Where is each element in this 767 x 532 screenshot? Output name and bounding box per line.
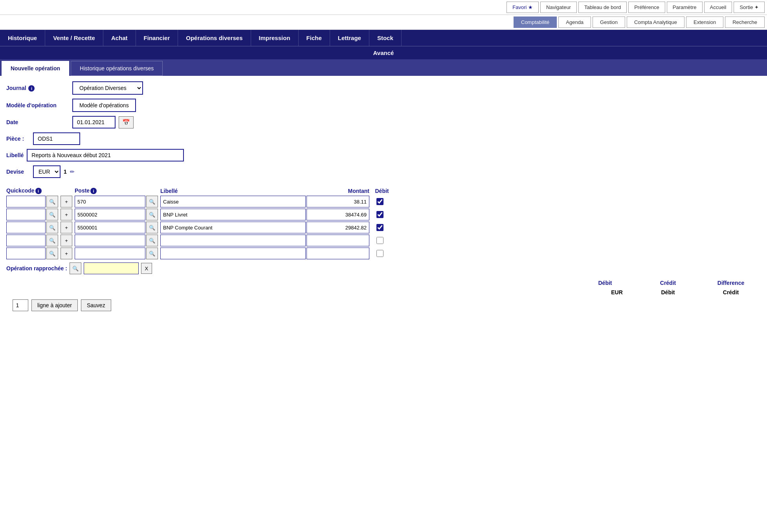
agenda-btn[interactable]: Agenda [558,17,591,28]
comptabilite-btn[interactable]: Comptabilité [514,17,557,28]
montant-input-3[interactable] [306,222,369,233]
accueil-btn[interactable]: Accueil [704,2,732,13]
poste-input-4[interactable] [75,235,145,246]
poste-search-btn-2[interactable]: 🔍 [146,209,158,220]
menu-stock[interactable]: Stock [369,30,402,46]
quickcode-input-2[interactable] [6,209,46,220]
quickcode-input-4[interactable] [6,235,46,246]
debit-check-2[interactable] [370,211,390,218]
recherche-btn[interactable]: Recherche [725,17,765,28]
sauvez-btn[interactable]: Sauvez [81,299,111,311]
libelle-main-row: Libellé [6,149,761,161]
parametre-btn[interactable]: Paramètre [667,2,703,13]
piece-input[interactable] [33,132,80,145]
compta-analytique-btn[interactable]: Compta Analytique [627,17,684,28]
grid-area: Quickcodei Postei Libellé Montant Débit … [0,187,767,320]
debit-check-3[interactable] [370,224,390,231]
navigateur-btn[interactable]: Navigateur [540,2,577,13]
poste-search-btn-4[interactable]: 🔍 [146,235,158,246]
poste-input-5[interactable] [75,248,145,259]
difference-col-label: Difference [707,280,754,286]
menu-historique[interactable]: Historique [0,30,45,46]
quickcode-search-btn-4[interactable]: 🔍 [46,235,58,246]
modele-btn[interactable]: Modèle d'opérations [72,99,136,112]
action-row: ligne à ajouter Sauvez [6,296,761,314]
menu-vente-recette[interactable]: Vente / Recette [45,30,103,46]
edit-icon[interactable]: ✏ [70,169,75,175]
main-menu: Historique Vente / Recette Achat Financi… [0,30,767,46]
poste-input-2[interactable] [75,209,145,220]
date-input[interactable] [72,116,116,128]
credit-col-label: Crédit [644,280,692,286]
quickcode-add-btn-5[interactable]: + [61,248,72,259]
calendar-btn[interactable]: 📅 [119,116,134,128]
menu-fiche[interactable]: Fiche [299,30,330,46]
tab-historique-operations[interactable]: Historique opérations diverses [71,61,163,76]
form-area: Journal i Opération Diverses Modèle d'op… [0,76,767,187]
libelle-input-3[interactable] [160,222,306,233]
journal-select[interactable]: Opération Diverses [72,81,143,95]
quickcode-search-btn-2[interactable]: 🔍 [46,209,58,220]
poste-input-3[interactable] [75,222,145,233]
quickcode-search-btn-3[interactable]: 🔍 [46,222,58,233]
quickcode-add-btn-2[interactable]: + [61,209,72,220]
menu-impression[interactable]: Impression [251,30,299,46]
quickcode-search-btn-1[interactable]: 🔍 [46,196,58,207]
op-rapprochee-search-btn[interactable]: 🔍 [70,262,81,274]
menu-financier[interactable]: Financier [136,30,178,46]
poste-search-btn-5[interactable]: 🔍 [146,248,158,259]
poste-info-icon[interactable]: i [90,188,97,194]
devise-select[interactable]: EUR [33,165,61,178]
quickcode-search-btn-5[interactable]: 🔍 [46,248,58,259]
poste-input-1[interactable] [75,196,145,207]
extension-btn[interactable]: Extension [686,17,723,28]
debit-col-label: Débit [582,280,629,286]
op-rapprochee-input[interactable] [84,262,139,274]
poste-search-btn-3[interactable]: 🔍 [146,222,158,233]
libelle-input-5[interactable] [160,248,306,259]
grid-row-5: 🔍 + 🔍 [6,248,761,259]
preference-btn[interactable]: Préférence [628,2,665,13]
poste-header: Postei [75,187,145,194]
quickcode-input-3[interactable] [6,222,46,233]
debit-check-1[interactable] [370,198,390,205]
sub-tabs: Nouvelle opération Historique opérations… [0,59,767,76]
quickcode-input-5[interactable] [6,248,46,259]
devise-row: Devise EUR 1 ✏ [6,165,761,178]
libelle-input-4[interactable] [160,235,306,246]
gestion-btn[interactable]: Gestion [593,17,625,28]
journal-row: Journal i Opération Diverses [6,81,761,95]
favori-btn[interactable]: Favori ★ [506,2,539,13]
devise-num: 1 [64,169,67,175]
menu-operations-diverses[interactable]: Opérations diverses [178,30,251,46]
debit-check-4[interactable] [370,237,390,244]
montant-input-1[interactable] [306,196,369,207]
debit-check-5[interactable] [370,250,390,257]
eur-label: EUR [605,289,629,295]
quickcode-info-icon[interactable]: i [35,188,42,194]
tab-nouvelle-operation[interactable]: Nouvelle opération [2,61,69,76]
montant-input-5[interactable] [306,248,369,259]
ligne-ajouter-btn[interactable]: ligne à ajouter [31,299,78,311]
date-row: Date 📅 [6,116,761,128]
libelle-main-input[interactable] [27,149,184,161]
op-rapprochee-clear-btn[interactable]: X [141,263,152,274]
op-rapprochee-row: Opération rapprochée : 🔍 X [6,262,761,274]
menu-achat[interactable]: Achat [103,30,136,46]
tableau-de-bord-btn[interactable]: Tableau de bord [578,2,627,13]
libelle-input-2[interactable] [160,209,306,220]
journal-info-icon[interactable]: i [28,85,35,92]
ligne-count-input[interactable] [13,299,28,311]
quickcode-add-btn-3[interactable]: + [61,222,72,233]
avance-bar: Avancé [0,46,767,59]
montant-input-4[interactable] [306,235,369,246]
libelle-input-1[interactable] [160,196,306,207]
quickcode-add-btn-4[interactable]: + [61,235,72,246]
poste-search-btn-1[interactable]: 🔍 [146,196,158,207]
quickcode-add-btn-1[interactable]: + [61,196,72,207]
montant-input-2[interactable] [306,209,369,220]
avance-label: Avancé [373,50,394,56]
quickcode-input-1[interactable] [6,196,46,207]
sortie-btn[interactable]: Sortie ✦ [734,2,765,13]
menu-lettrage[interactable]: Lettrage [330,30,369,46]
